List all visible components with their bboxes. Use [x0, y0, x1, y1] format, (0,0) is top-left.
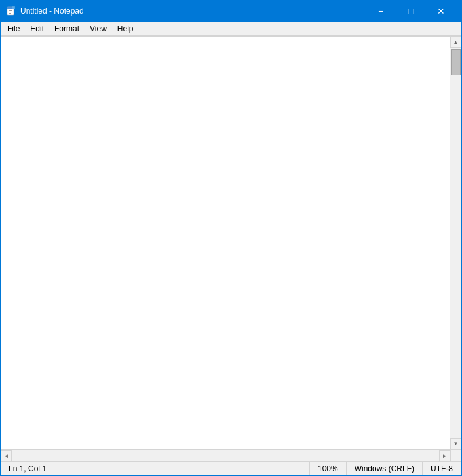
minimize-button[interactable]: −: [366, 1, 396, 22]
close-button[interactable]: ✕: [426, 1, 456, 22]
vertical-scroll-track[interactable]: [450, 48, 461, 438]
title-bar: Untitled - Notepad − □ ✕: [1, 1, 461, 22]
vertical-scrollbar: ▲ ▼: [450, 37, 461, 449]
text-editor[interactable]: [1, 37, 450, 449]
notepad-window: Untitled - Notepad − □ ✕ File Edit Forma…: [0, 0, 462, 476]
menu-item-edit[interactable]: Edit: [25, 22, 49, 36]
menu-item-view[interactable]: View: [85, 22, 112, 36]
svg-rect-5: [12, 6, 15, 9]
status-bar: Ln 1, Col 1 100% Windows (CRLF) UTF-8: [1, 461, 461, 475]
menu-bar: File Edit Format View Help: [1, 22, 461, 36]
zoom-level: 100%: [310, 462, 347, 475]
line-ending: Windows (CRLF): [347, 462, 423, 475]
svg-rect-3: [9, 12, 12, 12]
cursor-position: Ln 1, Col 1: [1, 462, 310, 475]
menu-item-help[interactable]: Help: [112, 22, 139, 36]
menu-item-file[interactable]: File: [2, 22, 25, 36]
horizontal-scroll-track[interactable]: [12, 450, 439, 461]
scroll-down-button[interactable]: ▼: [450, 438, 461, 449]
menu-item-format[interactable]: Format: [49, 22, 85, 36]
svg-rect-4: [9, 13, 11, 14]
horizontal-scrollbar: ◄ ►: [1, 450, 461, 461]
scroll-left-button[interactable]: ◄: [1, 450, 12, 462]
window-title: Untitled - Notepad: [20, 7, 366, 16]
notepad-icon: [6, 6, 16, 16]
encoding: UTF-8: [423, 462, 461, 475]
scroll-up-button[interactable]: ▲: [450, 37, 461, 48]
maximize-button[interactable]: □: [396, 1, 426, 22]
editor-container: ▲ ▼: [1, 36, 461, 450]
scrollbar-corner: [450, 450, 461, 462]
window-controls: − □ ✕: [366, 1, 456, 22]
vertical-scroll-thumb[interactable]: [451, 49, 461, 75]
svg-rect-2: [9, 10, 12, 11]
scroll-right-button[interactable]: ►: [439, 450, 450, 462]
